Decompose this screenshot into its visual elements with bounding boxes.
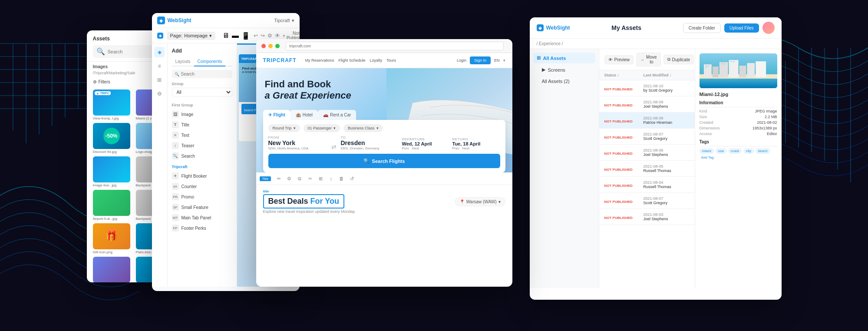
- settings-icon[interactable]: ⚙: [267, 33, 272, 39]
- edit-refresh-icon[interactable]: ↺: [347, 174, 356, 183]
- component-small-feature[interactable]: SF Small Feature: [172, 202, 232, 212]
- nav-lang[interactable]: EN: [494, 58, 500, 63]
- url-text: tripcraft.com: [290, 44, 311, 48]
- add-tag-button[interactable]: Add Tag: [701, 156, 714, 159]
- sidebar-item-all-assets-2[interactable]: All Assets (2): [533, 76, 595, 86]
- tc-url-bar[interactable]: tripcraft.com: [286, 42, 504, 50]
- ws-workspace: Tipcraft ▾: [274, 18, 294, 23]
- edit-grid-icon[interactable]: ⊞: [316, 174, 325, 183]
- desktop-icon[interactable]: 🖥: [222, 32, 229, 40]
- tab-layouts[interactable]: Layouts: [172, 57, 194, 66]
- tag-beach[interactable]: beach: [756, 148, 770, 154]
- asset-thumb-5[interactable]: [93, 156, 130, 182]
- nav-tours[interactable]: Tours: [386, 58, 396, 63]
- trip-type-selector[interactable]: Round Trip ▾: [268, 124, 300, 132]
- tag-coast[interactable]: coast: [728, 148, 742, 154]
- component-footer-perks[interactable]: FP Footer Perks: [172, 223, 232, 233]
- table-row[interactable]: NOT PUBLISHED 2021-08-06 Joel Stephens: [599, 145, 695, 161]
- ws-component-search[interactable]: 🔍: [172, 70, 232, 78]
- redo-icon[interactable]: ↪: [261, 33, 265, 39]
- tag-city[interactable]: city: [743, 148, 754, 154]
- sidebar-item-screens[interactable]: ▶ Screens: [533, 64, 595, 75]
- component-teaser[interactable]: ↕ Teaser: [172, 140, 232, 151]
- edit-copy-icon[interactable]: ⧉: [295, 174, 304, 183]
- passenger-selector[interactable]: 01 Passenger ▾: [304, 124, 340, 132]
- table-row[interactable]: NOT PUBLISHED 2021-08-03 Joel Stephens: [599, 209, 695, 225]
- ws-icon-settings[interactable]: ⚙: [154, 89, 165, 99]
- arp-main: ⊞ All Assets ▶ Screens All Assets (2) 👁: [530, 49, 782, 288]
- footer-perks-icon: FP: [172, 225, 179, 232]
- ws-icon-components[interactable]: ⊞: [154, 75, 165, 85]
- nav-signin-button[interactable]: Sign In: [470, 56, 491, 64]
- undo-icon[interactable]: ↩: [254, 33, 258, 39]
- preview-button[interactable]: 👁 Preview: [604, 55, 634, 64]
- to-field[interactable]: TO Dresden DRS, Dresden, Germany: [341, 136, 399, 150]
- sidebar-item-all-assets[interactable]: ⊞ All Assets: [533, 53, 595, 63]
- departure-field[interactable]: DEPARTURE Wed, 12 April Prev Next: [402, 137, 450, 150]
- duplicate-button[interactable]: ⧉ Duplicate: [663, 55, 694, 64]
- nav-my-reservations[interactable]: My Reservations: [305, 58, 334, 63]
- mobile-icon[interactable]: 📱: [241, 32, 250, 40]
- edit-delete-icon[interactable]: 🗑: [337, 174, 346, 183]
- nav-loyalty[interactable]: Loyalty: [370, 58, 383, 63]
- tc-hero-content: Find and Book a Great Experience: [265, 79, 351, 102]
- from-field[interactable]: FROM New York SDH, North America, USA: [268, 136, 327, 150]
- asset-thumb-3[interactable]: -50%: [93, 123, 130, 149]
- eye-icon[interactable]: 👁: [275, 33, 280, 39]
- tag-miami[interactable]: miami: [700, 148, 714, 154]
- tab-components[interactable]: Components: [194, 57, 226, 66]
- user-avatar[interactable]: [762, 22, 775, 34]
- asset-thumb-7[interactable]: [93, 190, 130, 216]
- component-search[interactable]: 🔍 Search: [172, 151, 232, 161]
- component-image[interactable]: 🖼 Image: [172, 109, 232, 119]
- edit-pencil-icon[interactable]: ✏: [274, 174, 283, 183]
- tab-hotel[interactable]: 🏨 Hotel: [290, 110, 318, 120]
- table-row[interactable]: NOT PUBLISHED 2021-08-10 by Scott Gregor…: [599, 80, 695, 96]
- component-promo[interactable]: PR Promo: [172, 192, 232, 202]
- browser-maximize-dot[interactable]: [275, 44, 280, 48]
- ws-page-selector[interactable]: Page: Homepage ▾: [167, 32, 216, 40]
- ws-icon-layers[interactable]: ≡: [154, 61, 165, 71]
- nav-login[interactable]: Login: [457, 58, 466, 63]
- browser-minimize-dot[interactable]: [268, 44, 273, 48]
- tag-usa[interactable]: usa: [716, 148, 726, 154]
- edit-move-icon[interactable]: ↕: [327, 174, 335, 183]
- component-main-tab-panel[interactable]: MT Main Tab Panel: [172, 212, 232, 223]
- ws-group-select[interactable]: All: [172, 88, 232, 97]
- component-footer-perks-label: Footer Perks: [182, 226, 206, 231]
- table-row[interactable]: NOT PUBLISHED 2021-08-07 Scott Gregory: [599, 129, 695, 145]
- component-counter[interactable]: ## Counter: [172, 181, 232, 192]
- search-flights-button[interactable]: 🔍 Search Flights: [268, 154, 500, 168]
- edit-settings-icon[interactable]: ⚙: [285, 174, 294, 183]
- tab-rent-a-car[interactable]: 🚗 Rent a Car: [318, 110, 356, 120]
- component-image-label: Image: [182, 112, 194, 117]
- ws-icon-pages[interactable]: ◈: [154, 47, 165, 57]
- table-row[interactable]: NOT PUBLISHED 2021-08-09 Patrice Hineman: [599, 113, 695, 129]
- table-row[interactable]: NOT PUBLISHED 2021-08-09 Joel Stephens: [599, 96, 695, 113]
- class-selector[interactable]: Business Class ▾: [343, 124, 383, 132]
- screens-icon: ▶: [542, 67, 545, 73]
- move-to-button[interactable]: → Move to: [636, 53, 660, 66]
- asset-thumb-9[interactable]: 🎁: [93, 223, 130, 249]
- ws-component-search-input[interactable]: [181, 72, 230, 76]
- tablet-icon[interactable]: ▬: [232, 32, 239, 40]
- table-row[interactable]: NOT PUBLISHED 2021-08-05 Russell Thomas: [599, 161, 695, 177]
- component-flight-booker[interactable]: ✈ Flight Booker: [172, 171, 232, 181]
- asset-thumb-11[interactable]: [93, 257, 130, 282]
- return-field[interactable]: RETURN Tue, 18 April Prev Next: [452, 137, 500, 150]
- arp-tags-section-label: Tags: [700, 139, 777, 146]
- table-row[interactable]: NOT PUBLISHED 2021-08-04 Russell Thomas: [599, 177, 695, 193]
- component-text[interactable]: ≡ Text: [172, 130, 232, 140]
- move-icon: →: [640, 57, 644, 62]
- edit-cut-icon[interactable]: ✂: [306, 174, 314, 183]
- nav-flight-schedule[interactable]: Flight Schedule: [339, 58, 366, 63]
- upload-files-button[interactable]: Upload Files: [724, 23, 759, 33]
- tab-flight[interactable]: ✈ Flight: [263, 110, 290, 120]
- asset-thumb-1[interactable]: ▲TRIPC: [93, 89, 130, 116]
- tc-location-selector[interactable]: 📍 Warsaw (WAW) ▾: [455, 197, 505, 206]
- browser-close-dot[interactable]: [261, 44, 266, 48]
- svg-rect-37: [705, 66, 706, 66]
- create-folder-button[interactable]: Create Folder: [683, 23, 721, 33]
- component-title[interactable]: T Title: [172, 119, 232, 130]
- table-row[interactable]: NOT PUBLISHED 2021-08-07 Scott Gregory: [599, 193, 695, 209]
